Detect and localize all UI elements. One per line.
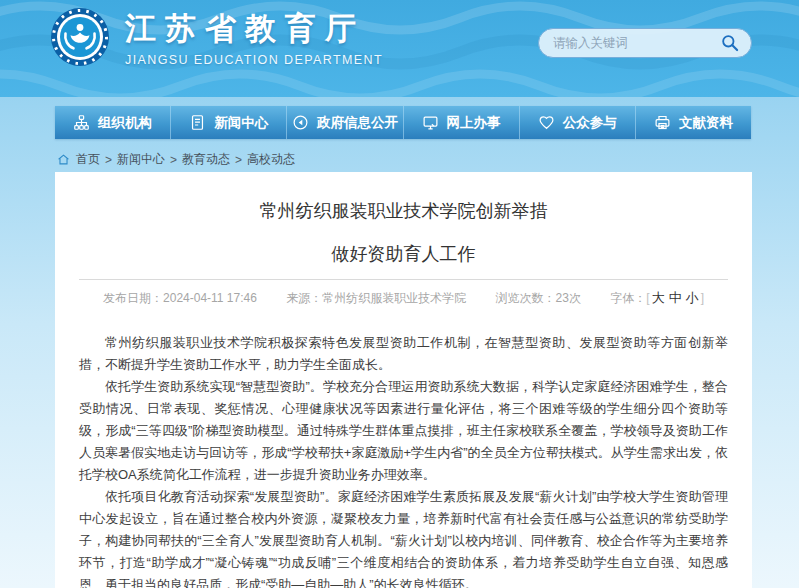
site-subtitle: JIANGSU EDUCATION DEPARTMENT (125, 53, 383, 67)
nav-item-label: 网上办事 (447, 114, 501, 132)
printer-archive-icon (654, 114, 671, 131)
article-paragraph: 常州纺织服装职业技术学院积极探索特色发展型资助工作机制，在智慧型资助、发展型资助… (79, 332, 728, 376)
article-body: 常州纺织服装职业技术学院积极探索特色发展型资助工作机制，在智慧型资助、发展型资助… (79, 332, 728, 588)
breadcrumb-item-university-news[interactable]: 高校动态 (247, 151, 295, 168)
main-nav: 组织机构 新闻中心 政府信息公开 网上办事 公众参与 (55, 106, 751, 139)
breadcrumb-separator: > (235, 153, 242, 167)
heart-icon (538, 114, 555, 131)
nav-item-online-services[interactable]: 网上办事 (404, 106, 520, 139)
monitor-icon (422, 114, 439, 131)
nav-item-label: 组织机构 (98, 114, 152, 132)
breadcrumb-separator: > (105, 153, 112, 167)
font-size-large-button[interactable]: 大 (650, 290, 667, 305)
article-panel: 常州纺织服装职业技术学院创新举措 做好资助育人工作 发布日期：2024-04-1… (55, 172, 752, 588)
breadcrumb-item-home[interactable]: 首页 (76, 151, 100, 168)
font-size-label: 字体： (610, 291, 646, 305)
org-chart-icon (73, 114, 90, 131)
news-doc-icon (189, 114, 206, 131)
font-size-medium-button[interactable]: 中 (667, 290, 684, 305)
nav-item-news-center[interactable]: 新闻中心 (171, 106, 287, 139)
font-size-small-button[interactable]: 小 (684, 290, 701, 305)
info-disclosure-icon (292, 114, 309, 131)
nav-item-public-participation[interactable]: 公众参与 (520, 106, 636, 139)
site-brand[interactable]: 江苏省教育厅 JIANGSU EDUCATION DEPARTMENT (50, 7, 383, 67)
home-icon[interactable] (57, 153, 70, 166)
nav-item-gov-info-disclosure[interactable]: 政府信息公开 (287, 106, 403, 139)
article-title-line1: 常州纺织服装职业技术学院创新举措 (79, 198, 728, 224)
nav-item-label: 公众参与 (563, 114, 617, 132)
article-title-line2: 做好资助育人工作 (79, 241, 728, 267)
education-emblem-icon (50, 7, 110, 67)
site-title: 江苏省教育厅 (125, 8, 383, 50)
search-input[interactable] (553, 36, 720, 50)
font-size-selector: 字体：[大中小] (610, 291, 704, 305)
title-divider (79, 279, 728, 280)
breadcrumb-item-news-center[interactable]: 新闻中心 (117, 151, 165, 168)
article-source: 来源：常州纺织服装职业技术学院 (286, 291, 466, 305)
nav-item-label: 文献资料 (679, 114, 733, 132)
breadcrumb: 首页 > 新闻中心 > 教育动态 > 高校动态 (57, 151, 295, 168)
article-paragraph: 依托学生资助系统实现“智慧型资助”。学校充分合理运用资助系统大数据，科学认定家庭… (79, 376, 728, 486)
search-icon[interactable] (720, 33, 740, 53)
site-header: 江苏省教育厅 JIANGSU EDUCATION DEPARTMENT (0, 0, 799, 97)
publish-date: 发布日期：2024-04-11 17:46 (103, 291, 257, 305)
article-meta: 发布日期：2024-04-11 17:46 来源：常州纺织服装职业技术学院 浏览… (79, 289, 728, 307)
nav-item-label: 新闻中心 (214, 114, 268, 132)
breadcrumb-separator: > (170, 153, 177, 167)
view-count: 浏览次数：23次 (496, 291, 581, 305)
nav-item-label: 政府信息公开 (317, 114, 398, 132)
nav-item-organization[interactable]: 组织机构 (55, 106, 171, 139)
breadcrumb-item-education-news[interactable]: 教育动态 (182, 151, 230, 168)
search-box (538, 28, 752, 58)
article-paragraph: 依托项目化教育活动探索“发展型资助”。家庭经济困难学生素质拓展及发展“薪火计划”… (79, 486, 728, 588)
nav-item-documents[interactable]: 文献资料 (636, 106, 751, 139)
